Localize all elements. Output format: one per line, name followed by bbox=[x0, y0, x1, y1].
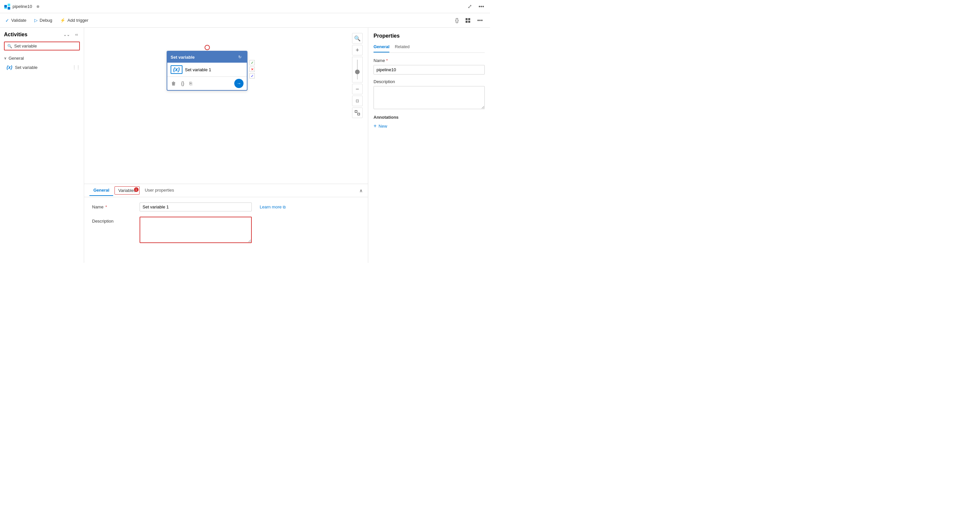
validate-check-icon: ✓ bbox=[5, 18, 9, 23]
variables-badge: 1 bbox=[134, 188, 138, 192]
activity-node[interactable]: Set variable ↻ (x) Set variable 1 🗑 {} ⎘… bbox=[167, 51, 248, 91]
name-form-row: Name * Learn more ⧉ bbox=[92, 202, 360, 211]
tab-variables[interactable]: Variables 1 bbox=[115, 186, 139, 195]
properties-title: Properties bbox=[374, 33, 485, 39]
right-description-textarea[interactable] bbox=[374, 86, 485, 109]
panel-header-icons: ⌄⌄ ‹‹ bbox=[61, 31, 80, 38]
node-rotate-icon[interactable]: ↻ bbox=[236, 53, 243, 61]
right-description-label: Description bbox=[374, 79, 485, 84]
right-name-label: Name * bbox=[374, 58, 485, 63]
svg-rect-1 bbox=[8, 4, 10, 6]
toolbar-more-icon[interactable]: ••• bbox=[475, 16, 485, 25]
status-success-icon: ✓ bbox=[250, 60, 255, 65]
logo-icon bbox=[4, 3, 11, 10]
trigger-icon: ⚡ bbox=[60, 18, 65, 23]
right-panel-tabs: General Related bbox=[374, 44, 485, 53]
name-required-marker: * bbox=[105, 205, 107, 210]
more-options-icon[interactable]: ••• bbox=[476, 2, 486, 11]
collapse-bottom-panel-button[interactable]: ∧ bbox=[360, 188, 363, 193]
right-tab-related[interactable]: Related bbox=[395, 44, 409, 52]
activity-item-left: (x) Set variable bbox=[6, 65, 38, 70]
svg-rect-6 bbox=[466, 21, 468, 23]
collapse-left-icon[interactable]: ‹‹ bbox=[73, 31, 80, 38]
right-name-required: * bbox=[386, 58, 388, 63]
canvas-search-button[interactable]: 🔍 bbox=[352, 33, 363, 43]
canvas-fit-button[interactable]: ⊡ bbox=[352, 95, 363, 106]
top-bar: pipeline10 ⤢ ••• bbox=[0, 0, 490, 13]
node-code-button[interactable]: {} bbox=[180, 80, 185, 87]
node-next-button[interactable]: → bbox=[234, 79, 243, 88]
search-input[interactable] bbox=[14, 43, 76, 48]
canvas-zoom-in-button[interactable]: + bbox=[352, 45, 363, 56]
app-logo: pipeline10 bbox=[4, 3, 32, 10]
svg-rect-4 bbox=[466, 18, 468, 20]
general-section-label: General bbox=[9, 56, 24, 61]
search-box: 🔍 bbox=[4, 41, 80, 51]
zoom-thumb bbox=[355, 70, 360, 74]
canvas-auto-layout-button[interactable] bbox=[352, 108, 363, 118]
svg-rect-2 bbox=[8, 7, 10, 10]
tab-user-properties-label: User properties bbox=[145, 188, 174, 192]
canvas-controls: 🔍 + − ⊡ bbox=[352, 33, 363, 118]
node-status-icons: ✓ ✕ ✓ bbox=[250, 60, 255, 78]
external-link-icon: ⧉ bbox=[283, 205, 286, 210]
right-panel: Properties General Related Name * Descri… bbox=[368, 28, 490, 263]
tab-user-properties[interactable]: User properties bbox=[141, 185, 178, 196]
annotations-header: Annotations bbox=[374, 115, 485, 120]
status-skip-icon: ✓ bbox=[250, 73, 255, 78]
topbar-actions: ⤢ ••• bbox=[466, 2, 486, 11]
description-label: Description bbox=[92, 217, 132, 224]
tab-general[interactable]: General bbox=[89, 185, 113, 196]
svg-rect-9 bbox=[358, 113, 360, 115]
zoom-slider[interactable] bbox=[352, 57, 363, 83]
tab-general-label: General bbox=[93, 188, 109, 192]
svg-rect-8 bbox=[355, 110, 357, 113]
right-tab-general[interactable]: General bbox=[374, 44, 389, 52]
tab-variables-label: Variables bbox=[118, 188, 135, 193]
new-annotation-label: New bbox=[379, 124, 387, 129]
code-view-icon[interactable]: {} bbox=[453, 16, 461, 25]
expand-icon[interactable]: ⤢ bbox=[466, 2, 474, 11]
add-trigger-label: Add trigger bbox=[67, 18, 88, 23]
activities-title: Activities bbox=[4, 32, 27, 38]
left-panel: Activities ⌄⌄ ‹‹ 🔍 ∨ General (x) Set var… bbox=[0, 28, 84, 263]
node-delete-button[interactable]: 🗑 bbox=[170, 80, 177, 87]
node-body: (x) Set variable 1 bbox=[167, 63, 247, 76]
panel-header: Activities ⌄⌄ ‹‹ bbox=[0, 28, 84, 41]
svg-rect-5 bbox=[468, 18, 470, 20]
node-body-label: Set variable 1 bbox=[185, 67, 212, 72]
canvas-zoom-out-button[interactable]: − bbox=[352, 84, 363, 94]
description-form-row: Description bbox=[92, 217, 360, 243]
validate-button[interactable]: ✓ Validate bbox=[5, 16, 26, 24]
general-section-chevron: ∨ bbox=[4, 56, 6, 60]
drag-handle-icon: ⋮⋮ bbox=[72, 65, 80, 70]
node-header: Set variable ↻ bbox=[167, 51, 247, 63]
svg-rect-7 bbox=[468, 21, 470, 23]
unsaved-indicator bbox=[37, 5, 39, 8]
set-variable-label: Set variable bbox=[15, 65, 38, 70]
node-connector-top bbox=[205, 45, 210, 50]
toolbar: ✓ Validate ▷ Debug ⚡ Add trigger {} ••• bbox=[0, 13, 490, 28]
node-actions: 🗑 {} ⎘ → bbox=[167, 76, 247, 90]
debug-button[interactable]: ▷ Debug bbox=[34, 16, 52, 24]
add-trigger-button[interactable]: ⚡ Add trigger bbox=[60, 16, 88, 24]
collapse-down-icon[interactable]: ⌄⌄ bbox=[61, 31, 72, 38]
grid-view-icon[interactable] bbox=[463, 16, 473, 24]
general-section-header[interactable]: ∨ General bbox=[0, 54, 84, 63]
debug-label: Debug bbox=[40, 18, 52, 23]
node-card: Set variable ↻ (x) Set variable 1 🗑 {} ⎘… bbox=[167, 51, 248, 91]
validate-label: Validate bbox=[11, 18, 26, 23]
svg-rect-3 bbox=[4, 8, 7, 9]
set-variable-icon: (x) bbox=[6, 65, 12, 70]
center-area: 🔍 + − ⊡ bbox=[84, 28, 368, 263]
canvas[interactable]: 🔍 + − ⊡ bbox=[84, 28, 368, 184]
set-variable-activity-item[interactable]: (x) Set variable ⋮⋮ bbox=[0, 63, 84, 72]
right-name-input[interactable] bbox=[374, 65, 485, 75]
name-input[interactable] bbox=[140, 202, 252, 211]
new-annotation-button[interactable]: + New bbox=[374, 123, 387, 129]
node-body-icon: (x) bbox=[170, 65, 183, 74]
node-copy-button[interactable]: ⎘ bbox=[189, 80, 193, 87]
description-textarea[interactable] bbox=[140, 217, 252, 243]
debug-play-icon: ▷ bbox=[34, 18, 38, 23]
learn-more-link[interactable]: Learn more ⧉ bbox=[260, 202, 286, 210]
